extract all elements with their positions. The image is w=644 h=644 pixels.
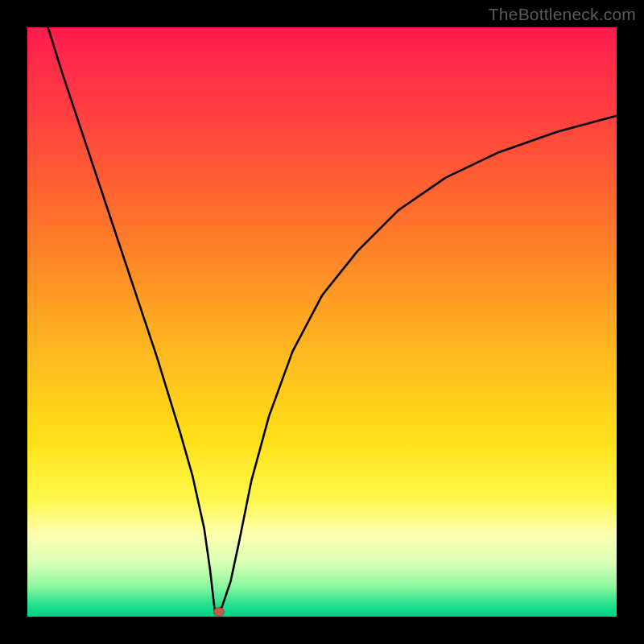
watermark-text: TheBottleneck.com [489, 5, 636, 24]
min-marker [213, 608, 224, 617]
curve-svg [27, 27, 617, 617]
bottleneck-curve [48, 27, 617, 611]
chart-frame: TheBottleneck.com [0, 0, 644, 644]
plot-area [27, 27, 617, 617]
